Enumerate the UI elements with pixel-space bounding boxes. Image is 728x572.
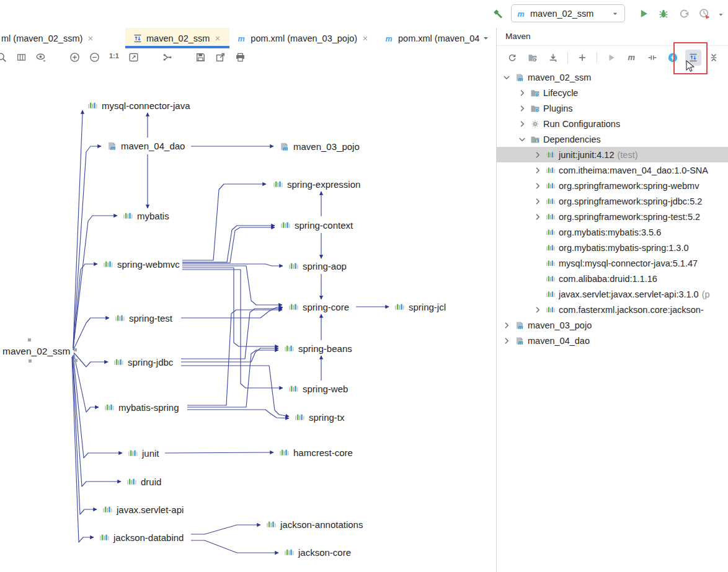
diagram-node-spring-beans[interactable]: spring-beans [284, 341, 352, 356]
save-diagram-button[interactable] [195, 52, 206, 63]
tree-row-plugins[interactable]: Plugins [497, 100, 728, 116]
tree-row-org-mybatis-mybatis-spring-1-3-0[interactable]: org.mybatis:mybatis-spring:1.3.0 [497, 240, 728, 255]
diagram-node-spring-core[interactable]: spring-core [288, 299, 349, 314]
run-play-icon[interactable] [638, 8, 649, 19]
view-options-button[interactable] [36, 52, 47, 63]
chevron-right-icon[interactable] [517, 103, 527, 113]
chevron-right-icon[interactable] [502, 320, 512, 330]
diagram-node-druid[interactable]: druid [127, 474, 161, 489]
diagram-node-spring-jcl[interactable]: spring-jcl [394, 299, 446, 314]
tab-pom-xml-maven-04[interactable]: mpom.xml (maven_04 [377, 28, 487, 48]
tree-row-org-springframework-spring-webmv[interactable]: org.springframework:spring-webmv [497, 178, 728, 193]
chevron-right-icon[interactable] [533, 150, 543, 160]
download-sources-button[interactable] [545, 50, 561, 66]
diagram-node-spring-expression[interactable]: spring-expression [273, 177, 360, 191]
diagram-node-spring-webmvc[interactable]: spring-webmvc [103, 257, 180, 271]
selection-handle[interactable] [28, 338, 31, 341]
tab-ml-maven-02-ssm[interactable]: ml (maven_02_ssm) [0, 28, 125, 48]
diagram-node-spring-web[interactable]: spring-web [288, 381, 348, 396]
diagram-node-jackson-core[interactable]: jackson-core [284, 545, 351, 560]
close-icon[interactable] [361, 34, 370, 43]
selection-handle[interactable] [74, 348, 77, 351]
chevron-right-icon[interactable] [502, 336, 512, 346]
diagram-node-jackson-databind[interactable]: jackson-databind [99, 530, 184, 545]
profiler-icon[interactable] [698, 7, 711, 20]
reload-all-maven-projects-button[interactable] [504, 50, 520, 66]
diagram-node-mybatis-spring[interactable]: mybatis-spring [104, 400, 179, 415]
zoom-out-button[interactable] [89, 52, 100, 63]
show-dependencies-button[interactable] [685, 50, 701, 66]
zoom-tool-button[interactable] [0, 52, 7, 63]
library-icon [128, 448, 138, 459]
debug-bug-icon[interactable] [658, 8, 669, 19]
diagram-node-maven-04-dao[interactable]: mmaven_04_dao [107, 138, 185, 153]
tree-row-org-springframework-spring-jdbc-5-2[interactable]: org.springframework:spring-jdbc:5.2 [497, 193, 728, 209]
diagram-node-spring-aop[interactable]: spring-aop [288, 258, 347, 273]
run-config-combo[interactable]: m maven_02_ssm [511, 4, 625, 22]
actual-size-button[interactable]: 1:1 [109, 52, 119, 63]
chevron-down-icon[interactable] [502, 73, 512, 82]
chevron-right-icon[interactable] [533, 196, 543, 206]
selection-handle[interactable] [29, 359, 32, 363]
diagram-node-hamcrest-core[interactable]: hamcrest-core [279, 445, 353, 460]
run-maven-build-button[interactable] [603, 50, 619, 66]
diagram-node-spring-test[interactable]: spring-test [115, 310, 172, 325]
chevron-right-icon[interactable] [533, 181, 543, 191]
close-icon[interactable] [213, 34, 222, 43]
diagram-node-spring-tx[interactable]: spring-tx [295, 410, 345, 425]
chevron-right-icon[interactable] [533, 212, 543, 222]
diagram-node-javax-servlet-api[interactable]: javax.servlet-api [102, 502, 184, 517]
tree-row-maven-04-dao[interactable]: mmaven_04_dao [497, 333, 728, 348]
folder-deps-icon [530, 134, 540, 144]
close-icon[interactable] [86, 34, 95, 43]
toggle-skip-tests-button[interactable] [644, 50, 660, 66]
tree-row-com-itheima-maven-04-dao-1-0-sna[interactable]: com.itheima:maven_04_dao:1.0-SNA [497, 162, 728, 178]
tree-row-org-mybatis-mybatis-3-5-6[interactable]: org.mybatis:mybatis:3.5.6 [497, 224, 728, 240]
more-caret-icon[interactable] [717, 11, 725, 19]
add-maven-project-button[interactable] [574, 50, 590, 66]
diagram-node-spring-jdbc[interactable]: spring-jdbc [113, 354, 173, 369]
chevron-down-icon[interactable] [517, 134, 527, 144]
selection-handle[interactable] [74, 359, 78, 362]
tree-row-com-alibaba-druid-1-1-16[interactable]: com.alibaba:druid:1.1.16 [497, 271, 728, 286]
chevron-right-icon[interactable] [517, 119, 527, 129]
grid-view-button[interactable] [16, 52, 27, 63]
tree-row-run-configurations[interactable]: Run Configurations [497, 116, 728, 131]
tree-row-lifecycle[interactable]: Lifecycle [497, 85, 728, 100]
run-coverage-icon[interactable] [678, 8, 690, 19]
export-diagram-button[interactable] [215, 52, 226, 63]
diagram-node-maven-03-pojo[interactable]: mmaven_03_pojo [279, 139, 360, 154]
dependency-diagram[interactable]: maven_02_ssmmysql-connector-javammaven_0… [0, 66, 495, 572]
toggle-offline-mode-button[interactable] [665, 50, 681, 66]
diagram-node-junit[interactable]: junit [128, 446, 159, 460]
build-hammer-icon[interactable] [492, 8, 504, 19]
tree-row-maven-03-pojo[interactable]: mmaven_03_pojo [497, 317, 728, 333]
tree-row-mysql-mysql-connector-java-5-1-47[interactable]: mysql:mysql-connector-java:5.1.47 [497, 255, 728, 271]
tree-row-maven-02-ssm[interactable]: mmaven_02_ssm [497, 69, 728, 85]
diagram-node-spring-context[interactable]: spring-context [280, 218, 353, 232]
chevron-right-icon[interactable] [533, 165, 543, 175]
diagram-node-jackson-annotations[interactable]: jackson-annotations [266, 517, 363, 532]
diagram-node-mysql-connector-java[interactable]: mysql-connector-java [87, 98, 190, 113]
run-combo-caret-icon[interactable] [611, 9, 619, 18]
tree-row-junit-junit-4-12[interactable]: junit:junit:4.12 (test) [497, 147, 728, 162]
zoom-in-button[interactable] [69, 52, 80, 63]
chevron-right-icon[interactable] [533, 305, 543, 315]
diagram-node-maven-02-ssm[interactable]: maven_02_ssm [2, 344, 70, 359]
hidden-tabs-chevron-icon[interactable] [481, 33, 491, 43]
tree-row-com-fasterxml-jackson-core-jackson[interactable]: com.fasterxml.jackson.core:jackson- [497, 302, 728, 317]
chevron-right-icon[interactable] [517, 88, 527, 98]
collapse-all-button[interactable] [706, 50, 722, 66]
tab-pom-xml-maven-03-pojo[interactable]: mpom.xml (maven_03_pojo) [229, 28, 377, 48]
tab-maven-02-ssm[interactable]: maven_02_ssm [125, 28, 229, 48]
tree-row-javax-servlet-javax-servlet-api-3-1-0[interactable]: javax.servlet:javax.servlet-api:3.1.0 (p [497, 286, 728, 302]
library-icon [87, 100, 98, 111]
show-paths-button[interactable] [162, 52, 172, 63]
print-diagram-button[interactable] [235, 52, 246, 63]
tree-row-org-springframework-spring-test-5-2[interactable]: org.springframework:spring-test:5.2 [497, 209, 728, 224]
execute-maven-goal-button[interactable]: m [624, 50, 640, 66]
generate-sources-button[interactable] [525, 50, 541, 66]
fit-content-button[interactable] [128, 52, 139, 63]
tree-row-dependencies[interactable]: Dependencies [497, 131, 728, 147]
diagram-node-mybatis[interactable]: mybatis [123, 208, 169, 223]
